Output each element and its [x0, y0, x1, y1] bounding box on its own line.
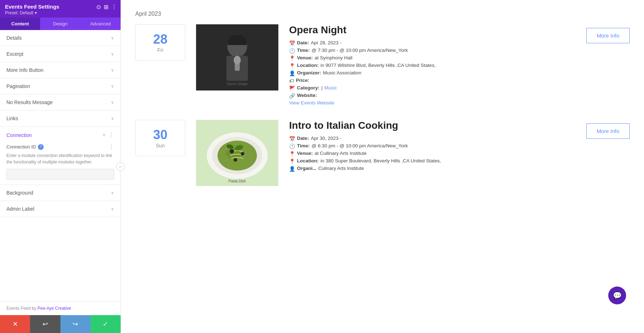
meta-time-cooking: 🕐 Time: @ 6:30 pm - @ 10:00 pm America/N…: [289, 143, 579, 149]
undo-button[interactable]: ↩: [30, 315, 60, 333]
chevron-down-icon: ∨: [111, 190, 114, 195]
accordion-admin-label-label: Admin Label: [6, 206, 34, 212]
connection-description: Enter a module connection identification…: [6, 152, 114, 165]
tag-icon: 🏷: [289, 78, 294, 84]
event-card-opera-night: 28 Fri Opera Singer Opera Night: [135, 24, 630, 106]
website-label: Website:: [297, 93, 317, 98]
section-options-icon[interactable]: ⋮: [108, 132, 114, 138]
meta-location-cooking: 📍 Location: in 380 Super Boulevard, Beve…: [289, 158, 579, 164]
organizer-label: Organizer:: [297, 70, 321, 75]
footer-text: Events Feed by: [6, 306, 38, 311]
meta-venue: 📍 Venue: at Symphony Hall: [289, 55, 579, 61]
chevron-down-icon: ∨: [111, 52, 114, 57]
accordion-links-header[interactable]: Links ∨: [0, 111, 121, 126]
meta-date-cooking: 📅 Date: Apr 30, 2023 -: [289, 136, 579, 142]
organizer-label-cooking: Organi...: [297, 166, 317, 171]
date-value: Apr 28, 2023 -: [311, 40, 342, 45]
chevron-down-icon: ∨: [111, 84, 114, 89]
pin-icon: 📍: [289, 151, 295, 157]
close-icon: ✕: [13, 320, 18, 328]
month-header: April 2023: [135, 11, 630, 17]
redo-icon: ↪: [73, 320, 78, 328]
date-label: Date:: [297, 136, 309, 141]
event-date-box-cooking: 30 Sun: [135, 120, 185, 156]
redo-button[interactable]: ↪: [60, 315, 91, 333]
category-label: Category:: [297, 85, 319, 90]
accordion-excerpt: Excerpt ∨: [0, 46, 121, 62]
accordion-details-label: Details: [6, 35, 22, 41]
accordion-background-header[interactable]: Background ∨: [0, 185, 121, 201]
meta-organizer: 👤 Organizer: Music Association: [289, 70, 579, 76]
category-separator: |: [321, 85, 323, 90]
accordion-pagination-header[interactable]: Pagination ∨: [0, 78, 121, 94]
accordion-pagination-label: Pagination: [6, 83, 30, 89]
svg-point-12: [234, 158, 237, 162]
svg-point-11: [241, 152, 244, 156]
venue-label: Venue:: [297, 55, 313, 60]
resize-handle[interactable]: ↔: [116, 162, 125, 171]
accordion-connection-label: Connection: [6, 132, 32, 138]
accordion-admin-label-header[interactable]: Admin Label ∨: [0, 201, 121, 217]
layout-icon[interactable]: ⊞: [104, 4, 108, 10]
sidebar-tabs: Content Design Advanced: [0, 18, 121, 30]
sidebar-preset[interactable]: Preset: Default ▾: [5, 10, 116, 15]
website-link[interactable]: View Events Website: [289, 100, 334, 106]
more-options-icon[interactable]: ⋮: [111, 4, 117, 10]
accordion-more-info-button-label: More Info Button: [6, 67, 44, 73]
close-button[interactable]: ✕: [0, 315, 30, 333]
help-icon[interactable]: ?: [38, 144, 44, 150]
accordion-excerpt-label: Excerpt: [6, 51, 23, 57]
calendar-icon: 📅: [289, 40, 295, 46]
meta-time: 🕐 Time: @ 7:30 pm - @ 10:00 pm America/N…: [289, 48, 579, 54]
event-title: Opera Night: [289, 24, 579, 36]
tab-advanced[interactable]: Advanced: [80, 18, 121, 30]
chevron-down-icon: ∨: [111, 100, 114, 105]
connection-id-label: Connection ID: [6, 144, 36, 150]
event-meta-cooking: 📅 Date: Apr 30, 2023 - 🕐 Time: @ 6:30 pm…: [289, 136, 579, 172]
accordion-connection-header[interactable]: Connection ∨ ⋮: [0, 127, 121, 143]
tab-content[interactable]: Content: [0, 18, 40, 30]
more-info-button-cooking[interactable]: More Info: [586, 123, 630, 139]
more-info-button-opera[interactable]: More Info: [586, 28, 630, 43]
connection-id-row: Connection ID ? ⋮: [6, 143, 114, 150]
accordion-links: Links ∨: [0, 111, 121, 127]
clock-icon: 🕐: [289, 48, 295, 54]
event-image-opera: Opera Singer: [196, 24, 278, 90]
footer-link[interactable]: Pee-Aye Creative: [38, 306, 71, 311]
connection-id-input[interactable]: [6, 169, 114, 180]
accordion-more-info-button-header[interactable]: More Info Button ∨: [0, 62, 121, 78]
event-date-box: 28 Fri: [135, 24, 185, 61]
event-card-italian-cooking: 30 Sun: [135, 120, 630, 186]
accordion-background-label: Background: [6, 190, 33, 196]
section-icons: ∨ ⋮: [102, 132, 114, 138]
chat-bubble[interactable]: 💬: [608, 287, 626, 304]
meta-venue-cooking: 📍 Venue: at Cullinary Arts Institute: [289, 151, 579, 157]
event-image-cooking: Pasta Dish: [196, 120, 278, 186]
connection-id-options-icon[interactable]: ⋮: [108, 143, 114, 150]
undo-icon: ↩: [43, 320, 48, 328]
connection-section: Connection ID ? ⋮ Enter a module connect…: [0, 143, 121, 185]
event-meta: 📅 Date: Apr 28, 2023 - 🕐 Time: @ 7:30 pm…: [289, 40, 579, 106]
event-date-number-cooking: 30: [139, 127, 181, 142]
svg-point-10: [230, 149, 234, 153]
save-button[interactable]: ✓: [91, 315, 121, 333]
sidebar-header-icons: ⊙ ⊞ ⋮: [96, 4, 117, 10]
meta-organizer-cooking: 👤 Organi... Culinary Arts Institute: [289, 166, 579, 172]
accordion-background: Background ∨: [0, 185, 121, 201]
meta-website-link-row: View Events Website: [289, 100, 579, 106]
category-link[interactable]: Music: [325, 85, 337, 90]
accordion-details-header[interactable]: Details ∨: [0, 30, 121, 46]
person-icon: 👤: [289, 166, 295, 172]
person-icon: 👤: [289, 70, 295, 76]
accordion-no-results-label: No Results Message: [6, 99, 53, 105]
accordion-excerpt-header[interactable]: Excerpt ∨: [0, 46, 121, 62]
chevron-down-icon: ∨: [111, 35, 114, 40]
accordion-no-results-header[interactable]: No Results Message ∨: [0, 94, 121, 110]
sidebar-content: Details ∨ Excerpt ∨ More Info Button ∨ P…: [0, 30, 121, 301]
location-label: Location:: [297, 63, 319, 68]
category-icon: 🚩: [289, 85, 295, 91]
focus-icon[interactable]: ⊙: [96, 4, 101, 10]
tab-design[interactable]: Design: [40, 18, 80, 30]
location-value-cooking: in 380 Super Boulevard, Beverly Hills ,C…: [321, 158, 441, 163]
accordion-connection: Connection ∨ ⋮ Connection ID ? ⋮ Enter a…: [0, 127, 121, 185]
